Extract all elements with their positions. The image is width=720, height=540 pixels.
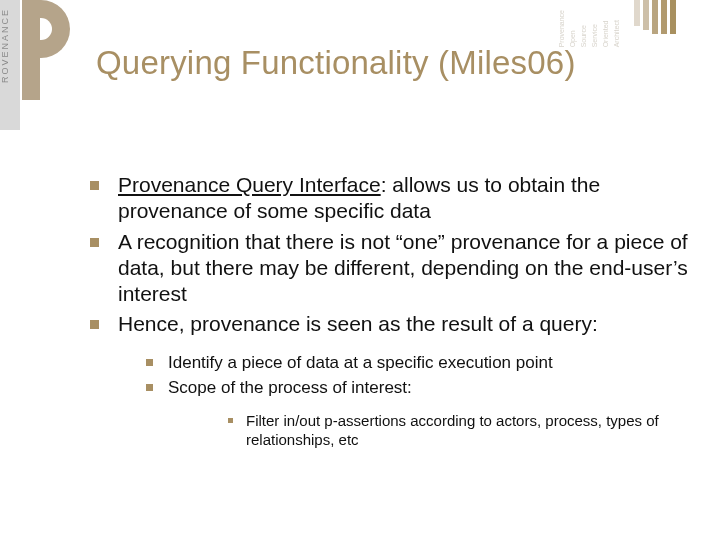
top-right-faint-labels: Provenance Open Source Service Oriented …: [558, 10, 620, 47]
slide-title: Querying Functionality (Miles06): [96, 44, 576, 82]
bullet-text: Hence, provenance is seen as the result …: [118, 312, 598, 335]
bullet-item: Provenance Query Interface: allows us to…: [90, 172, 692, 225]
slide-body: Provenance Query Interface: allows us to…: [90, 172, 692, 454]
bullet-item: A recognition that there is not “one” pr…: [90, 229, 692, 308]
faint-label: Open: [569, 10, 576, 47]
provenance-logo: [22, 0, 80, 110]
sub-bullet-item: Identify a piece of data at a specific e…: [118, 352, 692, 373]
sub-bullet-text: Scope of the process of interest:: [168, 378, 412, 397]
faint-label: Source: [580, 10, 587, 47]
bullet-lead: Provenance Query Interface: [118, 173, 381, 196]
sub-bullet-text: Identify a piece of data at a specific e…: [168, 353, 553, 372]
faint-label: Oriented: [602, 10, 609, 47]
faint-label: Architect: [613, 10, 620, 47]
left-rail-label: ROVENANCE: [0, 8, 20, 83]
decorative-stripes: [634, 0, 694, 34]
faint-label: Provenance: [558, 10, 565, 47]
sub-sub-bullet-item: Filter in/out p-assertions according to …: [168, 412, 692, 450]
bullet-item: Hence, provenance is seen as the result …: [90, 311, 692, 449]
bullet-text: A recognition that there is not “one” pr…: [118, 230, 688, 306]
sub-sub-bullet-text: Filter in/out p-assertions according to …: [246, 412, 659, 448]
sub-bullet-item: Scope of the process of interest: Filter…: [118, 377, 692, 450]
faint-label: Service: [591, 10, 598, 47]
